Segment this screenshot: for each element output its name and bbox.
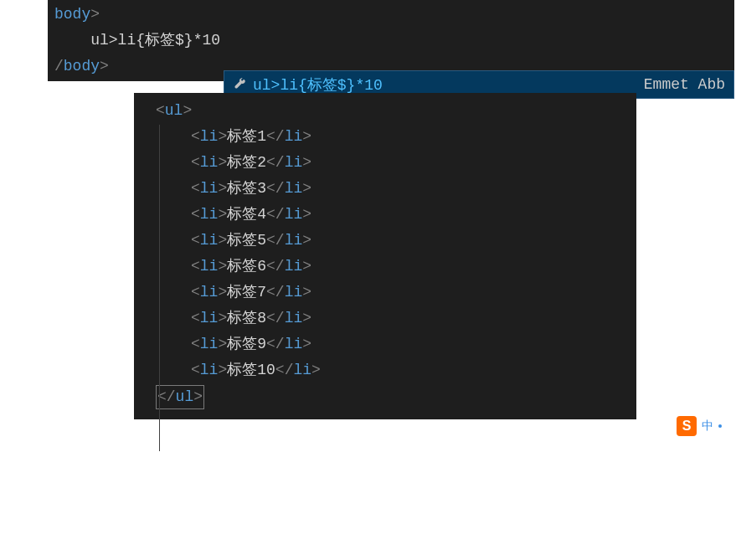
code-line-li: <li>标签6</li> xyxy=(134,254,636,280)
ime-icon: S xyxy=(677,416,697,436)
code-line-emmet: ul>li{标签$}*10 xyxy=(48,28,734,54)
code-line-li: <li>标签8</li> xyxy=(134,306,636,331)
code-line-li: <li>标签4</li> xyxy=(134,202,636,228)
code-line-ul-open: <ul> xyxy=(134,98,636,124)
code-line-li: <li>标签2</li> xyxy=(134,150,636,176)
wrench-icon xyxy=(233,78,246,91)
code-line-li: <li>标签7</li> xyxy=(134,280,636,306)
tag-close: body xyxy=(64,58,100,74)
tag-bracket: / xyxy=(54,58,64,74)
code-line-li: <li>标签1</li> xyxy=(134,124,636,150)
emmet-expression: ul>li{标签$}*10 xyxy=(90,32,220,49)
autocomplete-source-label: Emmet Abb xyxy=(644,76,725,93)
code-line-ul-close: </ul> xyxy=(134,383,636,411)
autocomplete-suggestion: ul>li{标签$}*10 xyxy=(253,74,383,95)
tag-bracket: > xyxy=(90,6,100,23)
tag-bracket: > xyxy=(100,58,109,74)
ime-mode-text: 中 xyxy=(702,419,713,434)
code-line-li: <li>标签10</li> xyxy=(134,357,636,383)
code-line-li: <li>标签3</li> xyxy=(134,176,636,202)
ime-indicator[interactable]: S 中 xyxy=(677,416,722,436)
code-line-li: <li>标签9</li> xyxy=(134,331,636,357)
code-editor-bottom[interactable]: <ul> <li>标签1</li><li>标签2</li><li>标签3</li… xyxy=(134,93,636,419)
code-line-li: <li>标签5</li> xyxy=(134,228,636,254)
top-code-block: body> ul>li{标签$}*10 /body> ul>li{标签$}*10… xyxy=(0,0,736,81)
indent-guide xyxy=(159,125,160,451)
li-list-container: <li>标签1</li><li>标签2</li><li>标签3</li><li>… xyxy=(134,124,636,383)
tag-open: body xyxy=(54,6,90,23)
ime-dot-icon xyxy=(718,424,722,428)
code-editor-top[interactable]: body> ul>li{标签$}*10 /body> xyxy=(48,0,734,81)
code-line-body-open: body> xyxy=(48,2,734,28)
